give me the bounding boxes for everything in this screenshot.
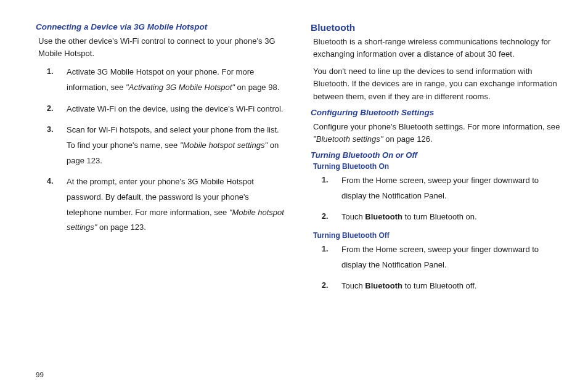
list-item: Scan for Wi-Fi hotspots, and select your… [64,123,286,168]
body-text: You don't need to line up the devices to… [313,65,565,102]
sub-heading-toggle: Turning Bluetooth On or Off [311,150,565,160]
left-column: Connecting a Device via 3G Mobile Hotspo… [36,22,303,381]
step-text: on page 123. [97,223,146,232]
list-item: From the Home screen, sweep your finger … [339,242,565,272]
step-text: From the Home screen, sweep your finger … [341,176,539,200]
body-text: Configure your phone's Bluetooth setting… [313,121,565,145]
page-number: 99 [36,371,44,378]
manual-page: Connecting a Device via 3G Mobile Hotspo… [0,0,588,392]
body-span: Configure your phone's Bluetooth setting… [313,122,560,131]
ui-label: Bluetooth [365,212,402,221]
section-heading-connecting: Connecting a Device via 3G Mobile Hotspo… [36,22,286,31]
list-item: From the Home screen, sweep your finger … [339,173,565,203]
intro-text: Use the other device's Wi-Fi control to … [38,35,286,60]
xref-link: "Bluetooth settings" [313,134,383,144]
list-item: Touch Bluetooth to turn Bluetooth on. [339,210,565,225]
step-text: on page 98. [235,83,279,92]
right-column: Bluetooth Bluetooth is a short-range wir… [303,22,571,381]
step-text: Touch [341,212,365,221]
sub-sub-heading-off: Turning Bluetooth Off [313,231,565,240]
step-text: Activate Wi-Fi on the device, using the … [67,104,283,113]
ui-label: Bluetooth [365,281,402,290]
xref-link: "Mobile hotspot settings" [180,141,267,150]
step-text: From the Home screen, sweep your finger … [341,245,539,269]
list-item: At the prompt, enter your phone's 3G Mob… [64,174,286,235]
step-text: to turn Bluetooth off. [402,281,476,290]
step-text: Touch [341,281,365,290]
body-text: Bluetooth is a short-range wireless comm… [313,36,565,60]
bluetooth-on-steps: From the Home screen, sweep your finger … [311,173,565,225]
sub-sub-heading-on: Turning Bluetooth On [313,162,565,171]
bluetooth-off-steps: From the Home screen, sweep your finger … [311,242,565,294]
sub-heading-config: Configuring Bluetooth Settings [311,108,565,117]
list-item: Activate Wi-Fi on the device, using the … [64,102,286,117]
step-text: At the prompt, enter your phone's 3G Mob… [67,177,254,216]
step-text: to turn Bluetooth on. [402,212,477,221]
xref-link: "Activating 3G Mobile Hotspot" [126,83,235,92]
section-heading-bluetooth: Bluetooth [311,22,565,33]
body-span: on page 126. [383,134,433,144]
list-item: Touch Bluetooth to turn Bluetooth off. [339,279,565,294]
list-item: Activate 3G Mobile Hotspot on your phone… [64,65,286,95]
hotspot-steps: Activate 3G Mobile Hotspot on your phone… [36,65,286,235]
